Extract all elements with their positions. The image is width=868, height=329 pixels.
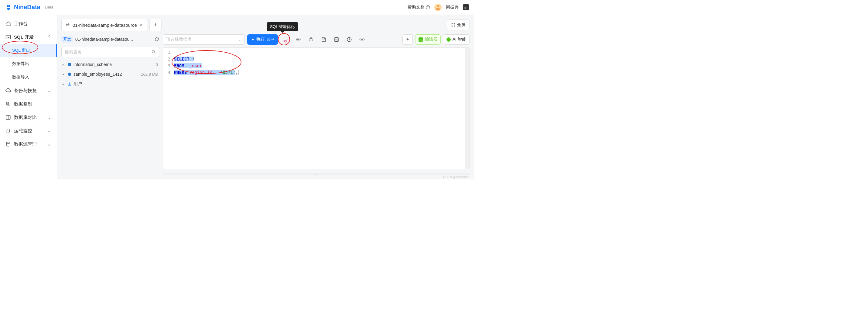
brand-name: NineData (14, 4, 40, 11)
chevron-down-icon: ⌄ (238, 37, 242, 42)
tab-row: 01-ninedata-sample-datasource ✕ + 全屏 (61, 19, 469, 31)
svg-point-10 (152, 51, 154, 53)
search-button[interactable] (148, 47, 159, 57)
fullscreen-button[interactable]: 全屏 (447, 20, 469, 30)
database-select[interactable]: 请选择数据库 ⌄ (163, 34, 245, 45)
tree-item-user[interactable]: ▸ 用户 (61, 79, 159, 89)
help-link[interactable]: 帮助文档 ? (408, 5, 430, 10)
body-row: 工作台 SQL 开发 ⌃ SQL 窗口 数据导出 数据导入 备份与恢复 ⌄ 数据… (0, 15, 474, 180)
editor-code[interactable]: SELECT * FROM t_user WHERE region_id = '… (172, 48, 465, 169)
beta-badge: Beta (45, 5, 54, 9)
sql-file-button[interactable]: SQL (331, 34, 342, 45)
play-icon (251, 38, 254, 42)
sidebar-item-data-import[interactable]: 数据导入 (0, 71, 57, 84)
download-icon (405, 37, 410, 42)
svg-text:?: ? (427, 6, 429, 8)
bell-icon (5, 128, 11, 134)
chevron-down-icon: ⌄ (48, 115, 51, 120)
tab-add-button[interactable]: + (149, 19, 162, 31)
database-icon (5, 141, 11, 147)
database-icon (67, 62, 72, 66)
editor-gutter: 1 2 3 4 (163, 48, 172, 169)
clock-icon (346, 37, 352, 42)
arrow-icon: ▸ (63, 72, 66, 76)
run-button[interactable]: 执行 ⌘ ↵ (247, 34, 278, 45)
sidebar-item-workbench[interactable]: 工作台 (0, 17, 57, 30)
main-area: 01-ninedata-sample-datasource ✕ + 全屏 开发 … (57, 15, 474, 180)
sidebar-item-backup[interactable]: 备份与恢复 ⌄ (0, 84, 57, 97)
settings-button[interactable] (357, 34, 367, 45)
sql-optimize-wrapper: SQL SQL 智能优化 (280, 34, 291, 45)
brand-logo[interactable]: NineData (5, 4, 40, 11)
svg-text:SQL: SQL (284, 40, 288, 43)
svg-point-15 (311, 37, 312, 38)
sidebar-item-replication[interactable]: 数据复制 (0, 97, 57, 111)
tree-item-schema[interactable]: ▸ information_schema 0 (61, 60, 159, 69)
chevron-down-icon: ⌄ (48, 128, 51, 134)
username: 周振兴 (446, 5, 459, 10)
logo-icon (5, 4, 12, 11)
editor-minimap[interactable] (465, 48, 469, 169)
sidebar-item-compare[interactable]: 数据库对比 ⌄ (0, 111, 57, 124)
gear-icon (359, 37, 365, 42)
tab-datasource[interactable]: 01-ninedata-sample-datasource ✕ (61, 19, 147, 31)
fullscreen-icon (451, 23, 455, 27)
table-search-box (61, 47, 159, 57)
sidebar-item-data-export[interactable]: 数据导出 (0, 57, 57, 71)
cloud-icon (5, 88, 11, 93)
sidebar-item-sql-dev[interactable]: SQL 开发 ⌃ (0, 30, 57, 44)
plan-button[interactable] (306, 34, 316, 45)
compare-icon (5, 115, 11, 120)
avatar[interactable] (434, 4, 442, 11)
datasource-name[interactable]: 01-ninedata-sample-datasou... (75, 37, 152, 42)
tree-item-schema[interactable]: ▸ sample_employees_1412 162.8 MB (61, 69, 159, 79)
format-button[interactable] (293, 34, 303, 45)
watermark: CSDN @NineData (443, 175, 468, 179)
svg-text:文: 文 (464, 6, 466, 8)
datasource-row: 开发 01-ninedata-sample-datasou... (61, 34, 159, 45)
chevron-down-icon: ⌄ (48, 141, 51, 147)
help-icon: ? (426, 5, 430, 9)
database-icon (67, 72, 72, 76)
sidebar-item-datasource[interactable]: 数据源管理 ⌄ (0, 137, 57, 151)
arrow-icon: ▸ (63, 82, 66, 86)
save-button[interactable] (318, 34, 329, 45)
editor-mode-button[interactable]: 编辑器 (415, 34, 441, 45)
svg-point-21 (362, 39, 363, 40)
terminal-icon (5, 34, 11, 40)
chevron-down-icon: ⌄ (48, 88, 51, 93)
download-button[interactable] (402, 34, 413, 45)
svg-point-2 (437, 5, 439, 7)
sidebar-item-sql-window[interactable]: SQL 窗口 (0, 44, 57, 57)
format-icon (296, 37, 301, 42)
svg-point-17 (312, 40, 313, 42)
refresh-icon[interactable] (154, 37, 159, 42)
sql-editor[interactable]: 1 2 3 4 SELECT * FROM t_user WHERE regio… (163, 48, 469, 169)
sql-optimize-button[interactable]: SQL (280, 34, 291, 45)
workspace: 开发 01-ninedata-sample-datasou... ▸ (61, 34, 469, 175)
sidebar: 工作台 SQL 开发 ⌃ SQL 窗口 数据导出 数据导入 备份与恢复 ⌄ 数据… (0, 15, 57, 180)
sparkle-sql-icon: SQL (282, 36, 288, 43)
close-icon[interactable]: ✕ (140, 23, 143, 27)
svg-rect-5 (6, 35, 11, 39)
history-button[interactable] (344, 34, 354, 45)
right-panel: 请选择数据库 ⌄ 执行 ⌘ ↵ SQL SQL 智能优化 (163, 34, 469, 175)
editor-resize-handle[interactable]: ═ (163, 173, 469, 175)
svg-rect-22 (418, 37, 423, 42)
sidebar-item-ops[interactable]: 运维监控 ⌄ (0, 124, 57, 137)
sql-optimize-tooltip: SQL 智能优化 (267, 22, 298, 31)
env-badge: 开发 (61, 36, 73, 43)
ai-mode-button[interactable]: AI 智能 (443, 34, 469, 45)
table-search-input[interactable] (62, 47, 148, 57)
chevron-up-icon: ⌃ (48, 34, 51, 40)
ai-dot-icon (446, 37, 451, 42)
language-icon[interactable]: 文 (463, 4, 469, 10)
svg-point-16 (309, 40, 310, 42)
sql-file-icon: SQL (334, 37, 339, 42)
save-icon (321, 37, 327, 42)
header-left: NineData Beta (5, 4, 53, 11)
search-icon (151, 50, 156, 54)
tree-icon (308, 37, 314, 42)
header-right: 帮助文档 ? 周振兴 文 (408, 4, 469, 11)
avatar-icon (435, 4, 441, 10)
